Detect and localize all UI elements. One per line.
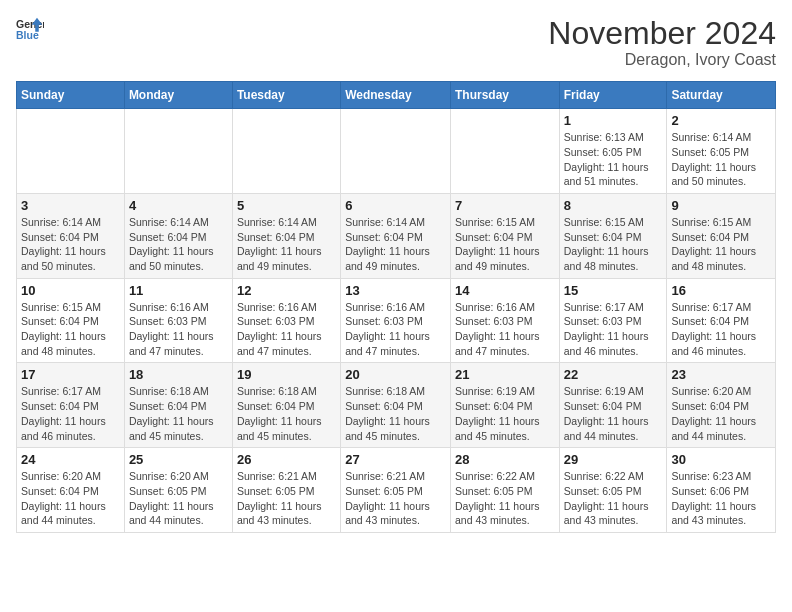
table-row: 20Sunrise: 6:18 AMSunset: 6:04 PMDayligh… bbox=[341, 363, 451, 448]
table-row: 11Sunrise: 6:16 AMSunset: 6:03 PMDayligh… bbox=[124, 278, 232, 363]
day-number: 24 bbox=[21, 452, 120, 467]
day-detail: Daylight: 11 hours and 51 minutes. bbox=[564, 160, 663, 189]
header-sunday: Sunday bbox=[17, 82, 125, 109]
day-detail: Sunrise: 6:15 AM bbox=[564, 215, 663, 230]
page-title: November 2024 bbox=[548, 16, 776, 51]
day-number: 23 bbox=[671, 367, 771, 382]
day-detail: Sunrise: 6:21 AM bbox=[345, 469, 446, 484]
day-detail: Daylight: 11 hours and 46 minutes. bbox=[21, 414, 120, 443]
calendar-week-row: 3Sunrise: 6:14 AMSunset: 6:04 PMDaylight… bbox=[17, 193, 776, 278]
title-area: November 2024 Deragon, Ivory Coast bbox=[548, 16, 776, 69]
day-detail: Sunrise: 6:14 AM bbox=[237, 215, 336, 230]
day-detail: Sunrise: 6:18 AM bbox=[129, 384, 228, 399]
table-row: 13Sunrise: 6:16 AMSunset: 6:03 PMDayligh… bbox=[341, 278, 451, 363]
day-number: 10 bbox=[21, 283, 120, 298]
day-detail: Daylight: 11 hours and 48 minutes. bbox=[21, 329, 120, 358]
day-detail: Sunset: 6:03 PM bbox=[345, 314, 446, 329]
table-row: 19Sunrise: 6:18 AMSunset: 6:04 PMDayligh… bbox=[232, 363, 340, 448]
day-detail: Sunrise: 6:14 AM bbox=[21, 215, 120, 230]
day-detail: Sunrise: 6:15 AM bbox=[671, 215, 771, 230]
table-row: 9Sunrise: 6:15 AMSunset: 6:04 PMDaylight… bbox=[667, 193, 776, 278]
day-detail: Daylight: 11 hours and 49 minutes. bbox=[455, 244, 555, 273]
table-row bbox=[17, 109, 125, 194]
day-detail: Sunset: 6:04 PM bbox=[671, 230, 771, 245]
day-detail: Sunrise: 6:21 AM bbox=[237, 469, 336, 484]
day-detail: Sunset: 6:04 PM bbox=[237, 399, 336, 414]
table-row bbox=[124, 109, 232, 194]
day-number: 15 bbox=[564, 283, 663, 298]
day-detail: Sunrise: 6:20 AM bbox=[129, 469, 228, 484]
table-row: 17Sunrise: 6:17 AMSunset: 6:04 PMDayligh… bbox=[17, 363, 125, 448]
day-detail: Daylight: 11 hours and 48 minutes. bbox=[671, 244, 771, 273]
day-detail: Sunset: 6:04 PM bbox=[21, 314, 120, 329]
day-number: 14 bbox=[455, 283, 555, 298]
day-detail: Sunrise: 6:14 AM bbox=[129, 215, 228, 230]
table-row: 7Sunrise: 6:15 AMSunset: 6:04 PMDaylight… bbox=[450, 193, 559, 278]
day-number: 29 bbox=[564, 452, 663, 467]
logo-icon: General Blue bbox=[16, 16, 44, 44]
table-row: 27Sunrise: 6:21 AMSunset: 6:05 PMDayligh… bbox=[341, 448, 451, 533]
day-detail: Daylight: 11 hours and 47 minutes. bbox=[129, 329, 228, 358]
day-detail: Daylight: 11 hours and 43 minutes. bbox=[237, 499, 336, 528]
day-detail: Sunrise: 6:17 AM bbox=[671, 300, 771, 315]
day-number: 7 bbox=[455, 198, 555, 213]
header-saturday: Saturday bbox=[667, 82, 776, 109]
day-detail: Daylight: 11 hours and 43 minutes. bbox=[671, 499, 771, 528]
table-row: 24Sunrise: 6:20 AMSunset: 6:04 PMDayligh… bbox=[17, 448, 125, 533]
table-row: 6Sunrise: 6:14 AMSunset: 6:04 PMDaylight… bbox=[341, 193, 451, 278]
day-detail: Sunset: 6:05 PM bbox=[671, 145, 771, 160]
calendar-week-row: 10Sunrise: 6:15 AMSunset: 6:04 PMDayligh… bbox=[17, 278, 776, 363]
table-row: 12Sunrise: 6:16 AMSunset: 6:03 PMDayligh… bbox=[232, 278, 340, 363]
day-number: 18 bbox=[129, 367, 228, 382]
day-number: 22 bbox=[564, 367, 663, 382]
day-detail: Sunset: 6:03 PM bbox=[455, 314, 555, 329]
day-number: 28 bbox=[455, 452, 555, 467]
day-number: 30 bbox=[671, 452, 771, 467]
table-row: 22Sunrise: 6:19 AMSunset: 6:04 PMDayligh… bbox=[559, 363, 667, 448]
day-number: 19 bbox=[237, 367, 336, 382]
day-number: 5 bbox=[237, 198, 336, 213]
day-detail: Daylight: 11 hours and 49 minutes. bbox=[345, 244, 446, 273]
day-detail: Sunset: 6:04 PM bbox=[21, 230, 120, 245]
day-detail: Daylight: 11 hours and 45 minutes. bbox=[455, 414, 555, 443]
day-number: 12 bbox=[237, 283, 336, 298]
day-detail: Sunset: 6:05 PM bbox=[455, 484, 555, 499]
day-detail: Sunrise: 6:16 AM bbox=[237, 300, 336, 315]
day-number: 9 bbox=[671, 198, 771, 213]
day-detail: Sunrise: 6:15 AM bbox=[21, 300, 120, 315]
day-detail: Sunset: 6:04 PM bbox=[671, 314, 771, 329]
day-detail: Daylight: 11 hours and 45 minutes. bbox=[345, 414, 446, 443]
day-detail: Sunset: 6:05 PM bbox=[345, 484, 446, 499]
table-row: 29Sunrise: 6:22 AMSunset: 6:05 PMDayligh… bbox=[559, 448, 667, 533]
day-detail: Daylight: 11 hours and 49 minutes. bbox=[237, 244, 336, 273]
logo: General Blue bbox=[16, 16, 44, 44]
table-row: 16Sunrise: 6:17 AMSunset: 6:04 PMDayligh… bbox=[667, 278, 776, 363]
table-row: 26Sunrise: 6:21 AMSunset: 6:05 PMDayligh… bbox=[232, 448, 340, 533]
day-detail: Sunset: 6:03 PM bbox=[564, 314, 663, 329]
day-detail: Sunrise: 6:16 AM bbox=[129, 300, 228, 315]
day-number: 27 bbox=[345, 452, 446, 467]
day-detail: Sunrise: 6:16 AM bbox=[345, 300, 446, 315]
day-detail: Daylight: 11 hours and 47 minutes. bbox=[237, 329, 336, 358]
header-wednesday: Wednesday bbox=[341, 82, 451, 109]
day-detail: Daylight: 11 hours and 44 minutes. bbox=[129, 499, 228, 528]
table-row: 1Sunrise: 6:13 AMSunset: 6:05 PMDaylight… bbox=[559, 109, 667, 194]
day-detail: Sunset: 6:05 PM bbox=[129, 484, 228, 499]
day-detail: Sunrise: 6:18 AM bbox=[345, 384, 446, 399]
day-detail: Sunrise: 6:19 AM bbox=[455, 384, 555, 399]
day-detail: Daylight: 11 hours and 43 minutes. bbox=[564, 499, 663, 528]
table-row: 5Sunrise: 6:14 AMSunset: 6:04 PMDaylight… bbox=[232, 193, 340, 278]
day-detail: Sunset: 6:04 PM bbox=[129, 399, 228, 414]
day-detail: Sunset: 6:05 PM bbox=[564, 145, 663, 160]
day-number: 26 bbox=[237, 452, 336, 467]
day-detail: Sunset: 6:04 PM bbox=[564, 399, 663, 414]
day-number: 2 bbox=[671, 113, 771, 128]
day-detail: Sunrise: 6:17 AM bbox=[21, 384, 120, 399]
page-subtitle: Deragon, Ivory Coast bbox=[548, 51, 776, 69]
day-detail: Sunrise: 6:19 AM bbox=[564, 384, 663, 399]
day-detail: Daylight: 11 hours and 45 minutes. bbox=[237, 414, 336, 443]
table-row: 30Sunrise: 6:23 AMSunset: 6:06 PMDayligh… bbox=[667, 448, 776, 533]
day-detail: Daylight: 11 hours and 46 minutes. bbox=[564, 329, 663, 358]
day-detail: Daylight: 11 hours and 44 minutes. bbox=[671, 414, 771, 443]
table-row: 10Sunrise: 6:15 AMSunset: 6:04 PMDayligh… bbox=[17, 278, 125, 363]
